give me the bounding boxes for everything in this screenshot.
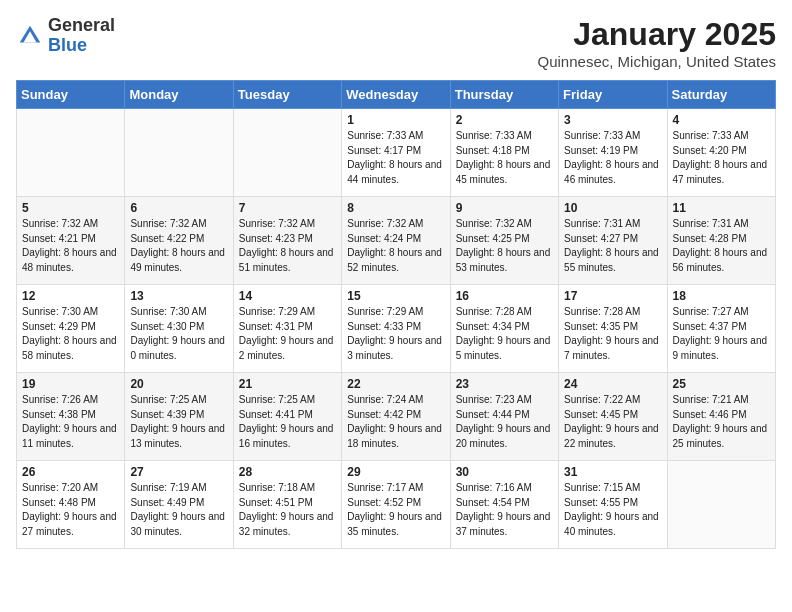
day-info: Sunrise: 7:30 AM Sunset: 4:29 PM Dayligh… <box>22 305 119 363</box>
day-of-week-header: Thursday <box>450 81 558 109</box>
day-info: Sunrise: 7:32 AM Sunset: 4:25 PM Dayligh… <box>456 217 553 275</box>
calendar-day-cell: 22Sunrise: 7:24 AM Sunset: 4:42 PM Dayli… <box>342 373 450 461</box>
day-number: 13 <box>130 289 227 303</box>
day-info: Sunrise: 7:21 AM Sunset: 4:46 PM Dayligh… <box>673 393 770 451</box>
day-number: 17 <box>564 289 661 303</box>
day-info: Sunrise: 7:33 AM Sunset: 4:17 PM Dayligh… <box>347 129 444 187</box>
page-header: General Blue January 2025 Quinnesec, Mic… <box>16 16 776 70</box>
day-info: Sunrise: 7:19 AM Sunset: 4:49 PM Dayligh… <box>130 481 227 539</box>
day-info: Sunrise: 7:30 AM Sunset: 4:30 PM Dayligh… <box>130 305 227 363</box>
calendar-week-row: 12Sunrise: 7:30 AM Sunset: 4:29 PM Dayli… <box>17 285 776 373</box>
day-number: 27 <box>130 465 227 479</box>
day-of-week-header: Monday <box>125 81 233 109</box>
calendar-day-cell: 6Sunrise: 7:32 AM Sunset: 4:22 PM Daylig… <box>125 197 233 285</box>
day-info: Sunrise: 7:20 AM Sunset: 4:48 PM Dayligh… <box>22 481 119 539</box>
day-number: 20 <box>130 377 227 391</box>
day-info: Sunrise: 7:31 AM Sunset: 4:27 PM Dayligh… <box>564 217 661 275</box>
calendar-day-cell: 11Sunrise: 7:31 AM Sunset: 4:28 PM Dayli… <box>667 197 775 285</box>
day-number: 14 <box>239 289 336 303</box>
calendar-day-cell: 1Sunrise: 7:33 AM Sunset: 4:17 PM Daylig… <box>342 109 450 197</box>
calendar-day-cell <box>17 109 125 197</box>
day-number: 30 <box>456 465 553 479</box>
calendar-day-cell: 18Sunrise: 7:27 AM Sunset: 4:37 PM Dayli… <box>667 285 775 373</box>
logo-general-text: General <box>48 15 115 35</box>
calendar-day-cell <box>233 109 341 197</box>
location: Quinnesec, Michigan, United States <box>538 53 776 70</box>
calendar-day-cell: 24Sunrise: 7:22 AM Sunset: 4:45 PM Dayli… <box>559 373 667 461</box>
calendar-day-cell: 27Sunrise: 7:19 AM Sunset: 4:49 PM Dayli… <box>125 461 233 549</box>
day-number: 22 <box>347 377 444 391</box>
day-info: Sunrise: 7:32 AM Sunset: 4:24 PM Dayligh… <box>347 217 444 275</box>
day-info: Sunrise: 7:16 AM Sunset: 4:54 PM Dayligh… <box>456 481 553 539</box>
day-info: Sunrise: 7:24 AM Sunset: 4:42 PM Dayligh… <box>347 393 444 451</box>
day-number: 11 <box>673 201 770 215</box>
day-info: Sunrise: 7:23 AM Sunset: 4:44 PM Dayligh… <box>456 393 553 451</box>
day-number: 5 <box>22 201 119 215</box>
calendar-day-cell: 19Sunrise: 7:26 AM Sunset: 4:38 PM Dayli… <box>17 373 125 461</box>
day-number: 2 <box>456 113 553 127</box>
day-info: Sunrise: 7:33 AM Sunset: 4:19 PM Dayligh… <box>564 129 661 187</box>
day-info: Sunrise: 7:18 AM Sunset: 4:51 PM Dayligh… <box>239 481 336 539</box>
calendar-day-cell: 26Sunrise: 7:20 AM Sunset: 4:48 PM Dayli… <box>17 461 125 549</box>
calendar-day-cell: 20Sunrise: 7:25 AM Sunset: 4:39 PM Dayli… <box>125 373 233 461</box>
calendar-day-cell: 8Sunrise: 7:32 AM Sunset: 4:24 PM Daylig… <box>342 197 450 285</box>
day-number: 19 <box>22 377 119 391</box>
day-number: 31 <box>564 465 661 479</box>
day-info: Sunrise: 7:28 AM Sunset: 4:34 PM Dayligh… <box>456 305 553 363</box>
day-info: Sunrise: 7:26 AM Sunset: 4:38 PM Dayligh… <box>22 393 119 451</box>
calendar-day-cell: 23Sunrise: 7:23 AM Sunset: 4:44 PM Dayli… <box>450 373 558 461</box>
day-number: 16 <box>456 289 553 303</box>
day-number: 10 <box>564 201 661 215</box>
day-info: Sunrise: 7:17 AM Sunset: 4:52 PM Dayligh… <box>347 481 444 539</box>
calendar-day-cell: 28Sunrise: 7:18 AM Sunset: 4:51 PM Dayli… <box>233 461 341 549</box>
day-number: 15 <box>347 289 444 303</box>
day-number: 24 <box>564 377 661 391</box>
calendar-day-cell: 13Sunrise: 7:30 AM Sunset: 4:30 PM Dayli… <box>125 285 233 373</box>
day-number: 25 <box>673 377 770 391</box>
day-number: 9 <box>456 201 553 215</box>
calendar-table: SundayMondayTuesdayWednesdayThursdayFrid… <box>16 80 776 549</box>
day-number: 18 <box>673 289 770 303</box>
day-number: 7 <box>239 201 336 215</box>
day-number: 12 <box>22 289 119 303</box>
calendar-day-cell: 10Sunrise: 7:31 AM Sunset: 4:27 PM Dayli… <box>559 197 667 285</box>
calendar-day-cell <box>125 109 233 197</box>
day-info: Sunrise: 7:15 AM Sunset: 4:55 PM Dayligh… <box>564 481 661 539</box>
day-info: Sunrise: 7:32 AM Sunset: 4:23 PM Dayligh… <box>239 217 336 275</box>
logo-blue-text: Blue <box>48 35 87 55</box>
calendar-day-cell <box>667 461 775 549</box>
day-of-week-header: Saturday <box>667 81 775 109</box>
calendar-week-row: 26Sunrise: 7:20 AM Sunset: 4:48 PM Dayli… <box>17 461 776 549</box>
day-info: Sunrise: 7:29 AM Sunset: 4:31 PM Dayligh… <box>239 305 336 363</box>
day-number: 23 <box>456 377 553 391</box>
day-number: 1 <box>347 113 444 127</box>
day-info: Sunrise: 7:33 AM Sunset: 4:20 PM Dayligh… <box>673 129 770 187</box>
day-number: 8 <box>347 201 444 215</box>
calendar-day-cell: 3Sunrise: 7:33 AM Sunset: 4:19 PM Daylig… <box>559 109 667 197</box>
calendar-day-cell: 12Sunrise: 7:30 AM Sunset: 4:29 PM Dayli… <box>17 285 125 373</box>
day-info: Sunrise: 7:28 AM Sunset: 4:35 PM Dayligh… <box>564 305 661 363</box>
calendar-header-row: SundayMondayTuesdayWednesdayThursdayFrid… <box>17 81 776 109</box>
calendar-day-cell: 4Sunrise: 7:33 AM Sunset: 4:20 PM Daylig… <box>667 109 775 197</box>
day-info: Sunrise: 7:25 AM Sunset: 4:39 PM Dayligh… <box>130 393 227 451</box>
day-of-week-header: Sunday <box>17 81 125 109</box>
day-of-week-header: Wednesday <box>342 81 450 109</box>
month-title: January 2025 <box>538 16 776 53</box>
calendar-day-cell: 30Sunrise: 7:16 AM Sunset: 4:54 PM Dayli… <box>450 461 558 549</box>
day-number: 4 <box>673 113 770 127</box>
calendar-day-cell: 16Sunrise: 7:28 AM Sunset: 4:34 PM Dayli… <box>450 285 558 373</box>
calendar-day-cell: 7Sunrise: 7:32 AM Sunset: 4:23 PM Daylig… <box>233 197 341 285</box>
day-info: Sunrise: 7:32 AM Sunset: 4:22 PM Dayligh… <box>130 217 227 275</box>
day-number: 29 <box>347 465 444 479</box>
day-number: 6 <box>130 201 227 215</box>
calendar-week-row: 1Sunrise: 7:33 AM Sunset: 4:17 PM Daylig… <box>17 109 776 197</box>
calendar-day-cell: 21Sunrise: 7:25 AM Sunset: 4:41 PM Dayli… <box>233 373 341 461</box>
calendar-week-row: 5Sunrise: 7:32 AM Sunset: 4:21 PM Daylig… <box>17 197 776 285</box>
day-info: Sunrise: 7:33 AM Sunset: 4:18 PM Dayligh… <box>456 129 553 187</box>
calendar-day-cell: 14Sunrise: 7:29 AM Sunset: 4:31 PM Dayli… <box>233 285 341 373</box>
calendar-day-cell: 29Sunrise: 7:17 AM Sunset: 4:52 PM Dayli… <box>342 461 450 549</box>
day-number: 21 <box>239 377 336 391</box>
day-info: Sunrise: 7:27 AM Sunset: 4:37 PM Dayligh… <box>673 305 770 363</box>
calendar-week-row: 19Sunrise: 7:26 AM Sunset: 4:38 PM Dayli… <box>17 373 776 461</box>
day-number: 26 <box>22 465 119 479</box>
